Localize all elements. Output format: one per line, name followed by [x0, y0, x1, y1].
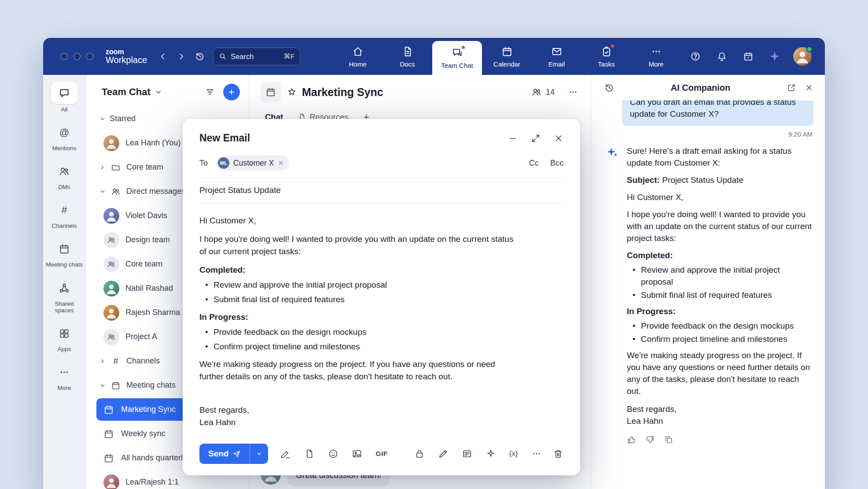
rail-item-meeting-chats[interactable]: Meeting chats: [43, 239, 85, 268]
expand-icon[interactable]: [531, 133, 541, 143]
chevron-right-icon[interactable]: [97, 358, 108, 364]
edit-pencil-icon[interactable]: [438, 448, 449, 459]
home-icon: [352, 45, 364, 58]
window-close-button[interactable]: [61, 53, 68, 60]
ai-response: Sure! Here's a draft email asking for a …: [606, 145, 813, 445]
recipient-row[interactable]: To ML Customer X Cc Bcc: [199, 153, 563, 178]
search-field[interactable]: [231, 52, 269, 61]
rail-item-dms[interactable]: DMs: [43, 161, 85, 190]
logo-zoom: zoom: [106, 48, 147, 56]
variables-button[interactable]: {x}: [509, 449, 518, 458]
window-minimize-button[interactable]: [74, 53, 81, 60]
nav-email[interactable]: Email: [532, 38, 581, 75]
discard-trash-icon[interactable]: [553, 448, 563, 459]
history-icon[interactable]: [192, 48, 208, 64]
chevron-right-icon[interactable]: [97, 164, 108, 170]
ai-conversation[interactable]: Can you draft an email that provides a s…: [591, 100, 825, 489]
section-label: Direct messages: [126, 187, 185, 196]
chat-item-label: Lea/Rajesh 1:1: [125, 478, 179, 487]
chevron-down-icon[interactable]: [97, 116, 108, 122]
add-chat-button[interactable]: [223, 84, 240, 100]
ai-greeting: Hi Customer X,: [627, 191, 813, 203]
nav-more[interactable]: More: [631, 38, 681, 75]
ai-signature: Lea Hahn: [627, 415, 813, 427]
member-count[interactable]: 14: [531, 87, 555, 97]
recipient-chip[interactable]: ML Customer X: [216, 156, 289, 170]
nav-label: Home: [349, 60, 366, 68]
conversation-history-icon[interactable]: [604, 83, 614, 93]
nav-docs[interactable]: Docs: [383, 38, 432, 75]
rail-item-channels[interactable]: # Channels: [43, 200, 85, 229]
emoji-icon[interactable]: [328, 448, 338, 459]
section-label: Meeting chats: [126, 381, 176, 390]
chevron-down-icon[interactable]: [97, 189, 108, 195]
ai-completed-heading: Completed:: [627, 249, 813, 261]
insert-image-icon[interactable]: [352, 448, 362, 459]
open-in-new-window-icon[interactable]: [787, 83, 796, 92]
window-controls: [61, 53, 93, 60]
window-fullscreen-button[interactable]: [86, 53, 93, 60]
rail-item-all[interactable]: All: [43, 82, 85, 113]
email-body-editor[interactable]: Hi Customer X, I hope you're doing well!…: [199, 203, 563, 437]
signature-pen-icon[interactable]: [280, 448, 291, 459]
chevron-down-icon[interactable]: [97, 382, 108, 389]
gif-button[interactable]: GIF: [375, 450, 387, 458]
list-item: Confirm project timeline and milestones: [632, 333, 813, 345]
search-input[interactable]: ⌘F: [213, 48, 300, 65]
group-avatar: [103, 329, 119, 345]
app-window: zoom Workplace ⌘F: [43, 38, 825, 489]
list-item: Provide feedback on the design mockups: [205, 326, 521, 338]
top-navigation: Home Docs Team Chat Calendar: [333, 38, 681, 75]
copy-icon[interactable]: [664, 435, 673, 445]
subject-field[interactable]: Project Status Update: [199, 178, 563, 203]
rail-item-more[interactable]: More: [43, 362, 85, 391]
back-button[interactable]: [155, 48, 171, 64]
chat-item-label: Nabil Rashad: [125, 284, 173, 293]
attach-file-icon[interactable]: [304, 448, 315, 459]
minimize-icon[interactable]: [508, 133, 518, 143]
rail-item-shared-spaces[interactable]: Shared spaces: [43, 278, 85, 314]
more-options-icon[interactable]: [531, 448, 542, 459]
channel-more-icon[interactable]: [568, 87, 578, 97]
nav-team-chat[interactable]: Team Chat: [432, 41, 482, 75]
ai-sparkle-icon[interactable]: [485, 448, 496, 459]
ai-panel-actions: [787, 83, 813, 92]
ai-signoff: Best regards,: [627, 403, 813, 415]
encrypt-lock-icon[interactable]: [414, 448, 425, 459]
help-icon[interactable]: [688, 48, 703, 64]
hash-icon: #: [51, 200, 77, 220]
forward-button[interactable]: [173, 48, 189, 64]
template-layout-icon[interactable]: [462, 448, 472, 459]
email-completed-list: Review and approve the initial project p…: [199, 279, 521, 306]
close-icon[interactable]: [805, 83, 813, 92]
chevron-down-icon[interactable]: [154, 88, 162, 96]
send-button[interactable]: Send: [199, 444, 250, 464]
chat-item-label: Weekly sync: [121, 429, 166, 438]
modal-title: New Email: [199, 132, 250, 144]
tasks-icon: [601, 45, 612, 58]
close-icon[interactable]: [554, 133, 563, 143]
nav-home[interactable]: Home: [333, 38, 383, 75]
bcc-button[interactable]: Bcc: [550, 159, 563, 168]
rail-item-apps[interactable]: Apps: [43, 323, 85, 352]
rail-item-mentions[interactable]: @ Mentions: [43, 122, 85, 152]
star-icon[interactable]: [287, 87, 297, 97]
send-options-chevron[interactable]: [250, 444, 268, 464]
send-button-group: Send: [199, 444, 268, 464]
nav-calendar[interactable]: Calendar: [482, 38, 532, 75]
meeting-calendar-icon: [261, 82, 281, 102]
calendar-icon: [501, 45, 513, 58]
thumbs-down-icon[interactable]: [645, 435, 655, 445]
zoom-workplace-logo: zoom Workplace: [106, 48, 147, 65]
nav-tasks[interactable]: Tasks: [581, 38, 631, 75]
to-label: To: [199, 159, 208, 168]
ai-companion-sparkle-icon[interactable]: [767, 48, 783, 64]
notifications-bell-icon[interactable]: [714, 48, 730, 64]
calendar-today-icon[interactable]: [740, 48, 756, 64]
user-avatar[interactable]: [793, 47, 812, 66]
thumbs-up-icon[interactable]: [627, 435, 636, 445]
filter-icon[interactable]: [205, 87, 215, 97]
remove-recipient-icon[interactable]: [278, 160, 284, 166]
cc-button[interactable]: Cc: [529, 159, 539, 168]
ai-feedback-actions: [627, 435, 813, 445]
